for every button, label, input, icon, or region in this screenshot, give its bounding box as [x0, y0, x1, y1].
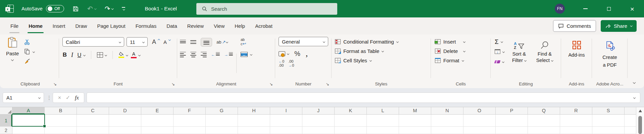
center-button[interactable] [190, 52, 196, 57]
column-header-a[interactable]: A [12, 107, 45, 115]
cancel-button[interactable]: × [58, 95, 61, 101]
tab-acrobat[interactable]: Acrobat [250, 17, 278, 35]
expand-formula-bar-chevron[interactable] [633, 96, 636, 99]
increase-font-size-button[interactable]: A [152, 39, 160, 46]
column-header-h[interactable]: H [238, 107, 270, 115]
comments-button[interactable]: Comments [553, 20, 596, 32]
select-all-button[interactable] [0, 107, 12, 115]
column-header-m[interactable]: M [399, 107, 431, 115]
increase-decimal-button[interactable]: ←0 .00 [279, 59, 284, 67]
align-left-button[interactable] [180, 52, 186, 57]
paste-button[interactable]: Paste [6, 37, 19, 88]
scroll-up-arrow-icon[interactable] [639, 110, 642, 112]
format-cells-button[interactable]: Format [435, 56, 491, 65]
row-header-1[interactable]: 1 [0, 115, 12, 127]
bottom-align-button-selected[interactable] [201, 38, 212, 47]
undo-button[interactable]: ↶ [87, 5, 96, 12]
column-header-d[interactable]: D [109, 107, 141, 115]
copy-button[interactable] [24, 48, 35, 55]
row-header-2[interactable]: 2 [0, 127, 12, 134]
column-header-k[interactable]: K [335, 107, 367, 115]
addins-button[interactable]: Add-ins [561, 37, 592, 58]
tab-insert[interactable]: Insert [48, 17, 70, 35]
column-header-g[interactable]: G [206, 107, 238, 115]
spreadsheet-row-cells[interactable] [12, 115, 644, 127]
formula-input[interactable] [87, 95, 634, 100]
column-header-b[interactable]: B [45, 107, 77, 115]
comma-style-button[interactable]: , [306, 52, 308, 55]
decrease-decimal-button[interactable]: .00 →0 [288, 59, 294, 67]
find-select-button[interactable]: Find & Select [534, 37, 555, 88]
clipboard-dialog-launcher[interactable]: ↘ [53, 82, 57, 86]
tab-help[interactable]: Help [230, 17, 250, 35]
bold-button[interactable]: B [62, 52, 67, 58]
column-header-c[interactable]: C [77, 107, 109, 115]
fill-button[interactable]: ↓ [495, 48, 504, 56]
wrap-text-button[interactable]: ab c↩ [241, 37, 252, 47]
column-header-i[interactable]: I [270, 107, 302, 115]
merge-center-button[interactable]: ↔ [241, 49, 252, 60]
tab-view[interactable]: View [209, 17, 230, 35]
number-format-combobox[interactable]: General [279, 37, 328, 46]
format-painter-button[interactable] [24, 58, 35, 65]
borders-button[interactable] [97, 52, 107, 58]
share-button[interactable]: Share [601, 20, 637, 32]
column-header-j[interactable]: J [302, 107, 335, 115]
autosum-button[interactable]: Σ [495, 38, 504, 46]
tab-file[interactable]: File [5, 17, 23, 35]
insert-cells-button[interactable]: Insert [435, 37, 491, 46]
column-header-n[interactable]: N [431, 107, 463, 115]
account-avatar[interactable]: FN [555, 4, 565, 14]
column-header-r[interactable]: R [560, 107, 592, 115]
tab-formulas[interactable]: Formulas [131, 17, 162, 35]
collapse-ribbon-chevron[interactable] [633, 81, 636, 84]
top-align-button[interactable] [180, 40, 186, 45]
middle-align-button[interactable] [190, 40, 196, 45]
redo-button[interactable]: ↷ [105, 5, 113, 12]
delete-cells-button[interactable]: Delete [435, 47, 491, 56]
font-color-button[interactable]: A [131, 52, 140, 58]
tab-home[interactable]: Home [23, 17, 48, 35]
name-box[interactable]: A1 [3, 92, 44, 103]
save-button[interactable] [73, 6, 79, 12]
decrease-font-size-button[interactable]: A [163, 39, 170, 45]
italic-button[interactable]: I [70, 52, 74, 59]
autosave-toggle[interactable]: Off [46, 5, 64, 12]
accounting-format-button[interactable] [279, 51, 289, 56]
scrollbar-thumb[interactable] [638, 116, 642, 134]
tab-page-layout[interactable]: Page Layout [92, 17, 130, 35]
underline-button[interactable]: U [77, 52, 85, 58]
restore-button[interactable] [597, 0, 621, 17]
column-header-partial[interactable] [625, 107, 636, 115]
font-family-combobox[interactable]: Calibri [62, 37, 124, 47]
tab-review[interactable]: Review [182, 17, 209, 35]
number-dialog-launcher[interactable]: ↘ [326, 82, 329, 86]
cut-button[interactable] [24, 38, 35, 46]
conditional-formatting-button[interactable]: Conditional Formatting [335, 37, 431, 46]
cell-styles-button[interactable]: Cell Styles [335, 56, 431, 65]
column-header-s[interactable]: S [592, 107, 625, 115]
font-dialog-launcher[interactable]: ↘ [171, 82, 175, 86]
search-input[interactable] [211, 6, 325, 12]
alignment-dialog-launcher[interactable]: ↘ [269, 82, 273, 86]
enter-button[interactable]: ✓ [66, 94, 70, 101]
formula-bar-splitter[interactable]: ⋮ [47, 92, 52, 103]
spreadsheet-row-cells[interactable] [12, 127, 644, 134]
format-as-table-button[interactable]: Format as Table [335, 47, 431, 56]
search-box[interactable] [196, 3, 337, 15]
sort-filter-button[interactable]: AZ Sort & Filter [508, 37, 530, 88]
tab-data[interactable]: Data [161, 17, 182, 35]
column-header-l[interactable]: L [367, 107, 399, 115]
create-pdf-button[interactable]: Create a PDF [592, 37, 628, 68]
minimize-button[interactable] [574, 0, 597, 17]
column-header-p[interactable]: P [496, 107, 528, 115]
column-header-e[interactable]: E [141, 107, 174, 115]
increase-indent-button[interactable]: → [224, 52, 233, 57]
customize-quick-access-toolbar-button[interactable] [122, 7, 125, 10]
fill-color-button[interactable] [118, 52, 128, 58]
percent-style-button[interactable]: % [294, 50, 300, 58]
orientation-button[interactable]: ab ↗ [216, 40, 228, 45]
close-button[interactable]: × [621, 0, 644, 17]
column-header-o[interactable]: O [463, 107, 496, 115]
decrease-indent-button[interactable]: ← [211, 52, 220, 57]
